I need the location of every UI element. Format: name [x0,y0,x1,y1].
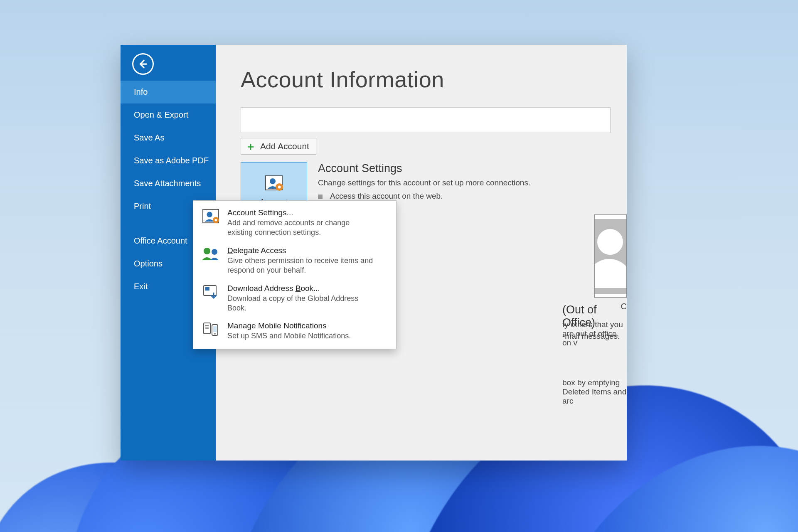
sidebar-item-label: Info [134,87,148,96]
svg-point-19 [214,333,216,335]
mobile-notifications-icon [201,321,221,341]
address-book-icon [201,284,221,313]
sidebar-item-label: Open & Export [134,110,188,119]
sidebar-item-open-export[interactable]: Open & Export [121,103,216,126]
add-account-label: Add Account [260,141,309,151]
dropdown-item-download-address-book[interactable]: Download Address Book... Download a copy… [193,280,396,318]
sidebar-item-info[interactable]: Info [121,81,216,103]
svg-point-2 [270,178,276,184]
page-title: Account Information [241,66,627,92]
section-desc: Change settings for this account or set … [318,177,530,188]
sidebar-item-label: Office Account [134,236,187,245]
sidebar-item-label: Print [134,202,151,211]
account-settings-icon [201,208,221,238]
sidebar-item-label: Exit [134,282,148,291]
sidebar-item-save-as[interactable]: Save As [121,126,216,149]
account-settings-dropdown: Account Settings... Add and remove accou… [193,200,397,349]
sidebar-item-label: Save As [134,133,164,142]
delegate-access-icon [201,246,221,276]
dropdown-item-delegate-access[interactable]: Delegate Access Give others permission t… [193,242,396,280]
svg-point-6 [207,212,212,217]
bullet-text: Access this account on the web. [330,192,443,201]
sidebar-item-label: Options [134,259,163,268]
sidebar-item-save-attachments[interactable]: Save Attachments [121,172,216,195]
svg-rect-12 [205,287,209,291]
svg-point-9 [204,248,210,254]
sidebar-item-save-adobe-pdf[interactable]: Save as Adobe PDF [121,149,216,172]
mailbox-cleanup-line: box by emptying Deleted Items and arc [562,378,627,406]
dropdown-item-desc: Give others permission to receive items … [227,256,377,276]
bullet-icon [318,195,323,199]
arrow-left-icon [138,59,148,69]
svg-point-10 [212,249,217,255]
dropdown-item-title: Account Settings... [227,208,377,217]
svg-rect-18 [213,326,217,332]
dropdown-item-account-settings[interactable]: Account Settings... Add and remove accou… [193,204,396,242]
sidebar-item-label: Save Attachments [134,179,201,188]
section-heading: Account Settings [318,162,530,175]
account-selector[interactable] [241,107,611,133]
dropdown-item-title: Delegate Access [227,246,377,255]
profile-photo[interactable] [594,214,627,298]
back-button[interactable] [132,53,154,75]
dropdown-item-manage-mobile-notifications[interactable]: Manage Mobile Notifications Set up SMS a… [193,317,396,345]
dropdown-item-title: Download Address Book... [227,284,377,293]
add-account-button[interactable]: ＋ Add Account [241,138,316,155]
sidebar-item-label: Save as Adobe PDF [134,156,209,165]
person-placeholder-icon [594,219,627,294]
dropdown-item-desc: Download a copy of the Global Address Bo… [227,294,377,313]
out-of-office-line2: -mail messages. [562,332,620,341]
svg-point-8 [215,219,217,222]
svg-point-4 [278,185,281,188]
dropdown-item-title: Manage Mobile Notifications [227,321,351,330]
dropdown-item-desc: Add and remove accounts or change existi… [227,218,377,238]
plus-icon: ＋ [245,141,256,152]
account-settings-icon [264,175,283,193]
dropdown-item-desc: Set up SMS and Mobile Notifications. [227,331,351,341]
